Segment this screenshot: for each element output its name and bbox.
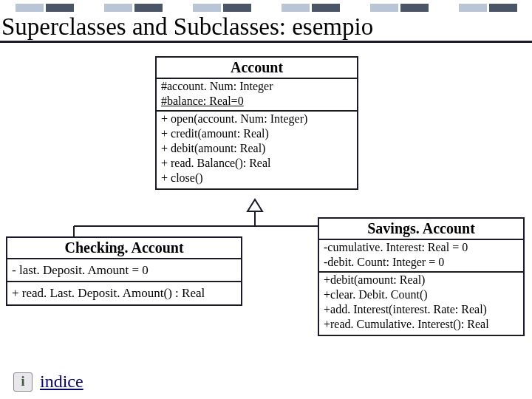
class-attributes: -cumulative. Interest: Real = 0 -debit. … <box>319 240 523 273</box>
class-account: Account #account. Num: Integer #balance:… <box>155 56 358 190</box>
class-name: Account <box>157 58 357 79</box>
class-operations: +debit(amount: Real) +clear. Debit. Coun… <box>319 273 523 335</box>
info-icon[interactable]: i <box>13 372 33 392</box>
index-link[interactable]: indice <box>40 372 83 392</box>
class-savings-account: Savings. Account -cumulative. Interest: … <box>318 217 525 336</box>
class-checking-account: Checking. Account - last. Deposit. Amoun… <box>6 236 242 306</box>
title-bar: Superclasses and Subclasses: esempio <box>0 12 532 43</box>
class-attributes: - last. Deposit. Amount = 0 <box>7 259 241 282</box>
footer: i indice <box>13 372 83 392</box>
class-attributes: #account. Num: Integer #balance: Real=0 <box>157 79 357 112</box>
class-name: Checking. Account <box>7 238 241 259</box>
uml-diagram: Account #account. Num: Integer #balance:… <box>0 43 532 361</box>
decorative-top-bars <box>0 0 532 12</box>
class-name: Savings. Account <box>319 219 523 240</box>
class-operations: + open(account. Num: Integer) + credit(a… <box>157 112 357 188</box>
class-operations: + read. Last. Deposit. Amount() : Real <box>7 282 241 304</box>
slide-title: Superclasses and Subclasses: esempio <box>0 13 532 41</box>
svg-marker-0 <box>248 200 262 211</box>
